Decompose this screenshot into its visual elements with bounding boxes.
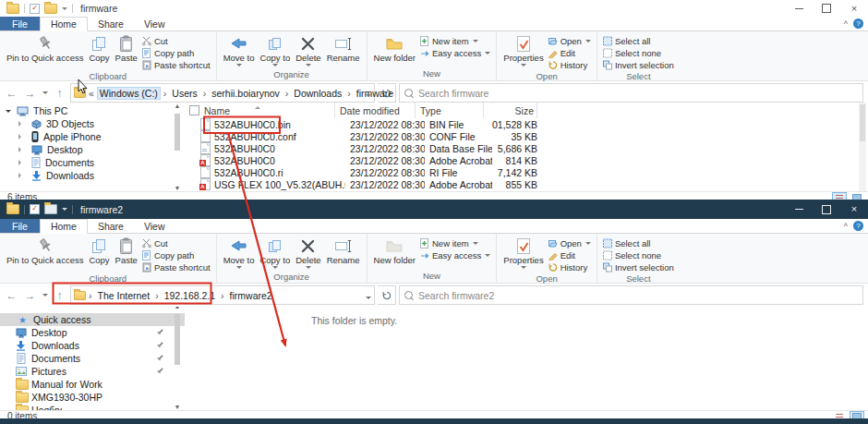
cut-button[interactable]: Cut xyxy=(140,237,212,249)
edit-button[interactable]: Edit xyxy=(547,47,593,59)
file-row-bin[interactable]: 532ABUH0C0.bin 23/12/2022 08:30 BIN File… xyxy=(185,118,857,130)
paste-button[interactable]: Paste xyxy=(113,236,140,266)
sidebar-item-pictures[interactable]: Pictures xyxy=(0,365,185,378)
paste-shortcut-button[interactable]: Paste shortcut xyxy=(140,261,212,273)
breadcrumb-overflow[interactable]: « xyxy=(88,88,95,99)
delete-button[interactable]: Delete xyxy=(293,33,323,69)
recent-locations-icon[interactable] xyxy=(41,85,49,101)
properties-quick-icon[interactable]: ✓ xyxy=(30,4,40,14)
sidebar-item-downloads[interactable]: Downloads xyxy=(0,339,185,352)
new-folder-button-disabled[interactable]: New folder xyxy=(371,236,418,266)
refresh-button[interactable] xyxy=(378,285,396,305)
maximize-button[interactable] xyxy=(813,200,840,219)
properties-quick-icon[interactable]: ✓ xyxy=(30,204,40,214)
help-icon[interactable]: ? xyxy=(853,18,863,29)
sidebar-item-quick-access[interactable]: ★ Quick access xyxy=(0,313,185,326)
sidebar-item-noyabr[interactable]: Ноябрь xyxy=(0,404,185,410)
crumb-downloads[interactable]: Downloads xyxy=(291,87,344,100)
copy-to-button[interactable]: Copy to xyxy=(257,236,293,272)
delete-button[interactable]: Delete xyxy=(293,236,323,272)
qat-dropdown-icon[interactable] xyxy=(62,208,67,213)
new-item-button[interactable]: New item xyxy=(418,237,492,249)
tab-home[interactable]: Home xyxy=(40,219,88,234)
rename-button[interactable]: Rename xyxy=(324,236,363,266)
tree-item-documents[interactable]: Documents xyxy=(0,156,185,169)
select-none-button[interactable]: Select none xyxy=(601,47,676,59)
easy-access-button[interactable]: Easy access xyxy=(418,249,492,261)
chevron-right-icon[interactable] xyxy=(18,160,24,165)
select-all-button[interactable]: Select all xyxy=(601,35,676,47)
history-button[interactable]: History xyxy=(547,59,593,71)
copy-path-button[interactable]: Copy path xyxy=(140,249,212,261)
tab-file[interactable]: File xyxy=(0,17,40,30)
move-to-button[interactable]: Move to xyxy=(221,236,258,272)
sidebar-item-xmg1930[interactable]: XMG1930-30HP xyxy=(0,391,185,404)
open-button[interactable]: Open xyxy=(547,237,593,249)
new-folder-button[interactable]: New folder xyxy=(371,33,418,64)
address-dropdown-icon[interactable] xyxy=(365,292,371,303)
forward-button[interactable]: → xyxy=(22,287,38,303)
tree-item-apple-iphone[interactable]: Apple iPhone xyxy=(0,130,185,143)
scroll-down-icon[interactable]: ▼ xyxy=(173,185,182,191)
collapse-ribbon-icon[interactable]: ^ xyxy=(844,222,848,231)
search-input[interactable] xyxy=(416,289,858,302)
tree-item-downloads[interactable]: Downloads xyxy=(0,169,185,182)
titlebar[interactable]: ✓ firmware2 × xyxy=(0,200,868,219)
tree-item-this-pc[interactable]: This PC xyxy=(0,104,185,117)
crumb-ip[interactable]: 192.168.2.1 xyxy=(162,289,218,302)
pin-to-quick-access-button[interactable]: Pin to Quick access xyxy=(4,33,86,64)
cut-button[interactable]: Cut xyxy=(140,35,212,47)
edit-button[interactable]: Edit xyxy=(547,249,593,261)
move-to-button[interactable]: Move to xyxy=(221,33,258,69)
invert-selection-button[interactable]: Invert selection xyxy=(601,261,676,273)
crumb-user[interactable]: serhii.boiarynov xyxy=(209,87,283,100)
forward-button[interactable]: → xyxy=(22,85,38,101)
sidebar-item-documents[interactable]: Documents xyxy=(0,352,185,365)
help-icon[interactable]: ? xyxy=(853,221,863,231)
file-row-pdf[interactable]: 532ABUH0C0 23/12/2022 08:30 Adobe Acroba… xyxy=(185,154,857,166)
pin-to-quick-access-button[interactable]: Pin to Quick access xyxy=(4,236,86,266)
crumb-firmware2[interactable]: firmware2 xyxy=(227,289,275,302)
tab-share[interactable]: Share xyxy=(88,219,134,233)
collapse-ribbon-icon[interactable]: ^ xyxy=(844,19,848,29)
tab-home[interactable]: Home xyxy=(40,17,88,31)
copy-to-button[interactable]: Copy to xyxy=(257,33,293,69)
scroll-up-icon[interactable]: ▲ xyxy=(173,103,182,109)
file-list-scrollbar[interactable] xyxy=(859,103,866,191)
paste-button[interactable]: Paste xyxy=(113,33,140,64)
minimize-button[interactable] xyxy=(785,200,813,219)
select-all-checkbox[interactable] xyxy=(189,105,199,115)
back-button[interactable]: ← xyxy=(4,287,19,303)
chevron-down-icon[interactable] xyxy=(6,110,11,115)
titlebar[interactable]: ✓ firmware × xyxy=(0,0,868,17)
maximize-button[interactable] xyxy=(813,0,840,17)
easy-access-button[interactable]: Easy access xyxy=(418,47,492,59)
tree-item-desktop[interactable]: Desktop xyxy=(0,143,185,156)
copy-path-button[interactable]: Copy path xyxy=(140,47,212,59)
select-all-button[interactable]: Select all xyxy=(601,237,676,249)
chevron-right-icon[interactable] xyxy=(18,134,24,139)
search-box[interactable] xyxy=(399,83,863,103)
search-input[interactable] xyxy=(416,87,858,100)
chevron-right-icon[interactable] xyxy=(18,147,24,152)
column-header-date[interactable]: Date modified xyxy=(335,103,416,118)
invert-selection-button[interactable]: Invert selection xyxy=(601,59,676,71)
tab-file[interactable]: File xyxy=(0,219,40,233)
column-header-type[interactable]: Type xyxy=(416,103,484,118)
sidebar-scrollbar[interactable]: ▲ ▼ xyxy=(173,307,182,410)
search-box[interactable] xyxy=(399,285,863,305)
close-button[interactable]: × xyxy=(840,0,868,17)
crumb-the-internet[interactable]: The Internet xyxy=(95,289,153,302)
properties-button[interactable]: Properties xyxy=(500,236,546,272)
new-folder-quick-icon[interactable] xyxy=(44,204,57,214)
file-row-conf[interactable]: 532ABUH0C0.conf 23/12/2022 08:30 CONF Fi… xyxy=(185,130,857,142)
tab-share[interactable]: Share xyxy=(88,17,134,30)
breadcrumb[interactable]: « Windows (C:) › Users › serhii.boiaryno… xyxy=(70,83,375,103)
paste-shortcut-button[interactable]: Paste shortcut xyxy=(140,59,212,71)
sidebar-item-desktop[interactable]: Desktop xyxy=(0,326,185,339)
open-button[interactable]: Open xyxy=(547,35,593,47)
file-row-foss[interactable]: USG FLEX 100_V5.32(ABUH.0)C0-foss 23/12/… xyxy=(185,178,857,190)
history-button[interactable]: History xyxy=(547,261,593,273)
rename-button[interactable]: Rename xyxy=(324,33,363,64)
recent-locations-icon[interactable] xyxy=(41,287,49,303)
